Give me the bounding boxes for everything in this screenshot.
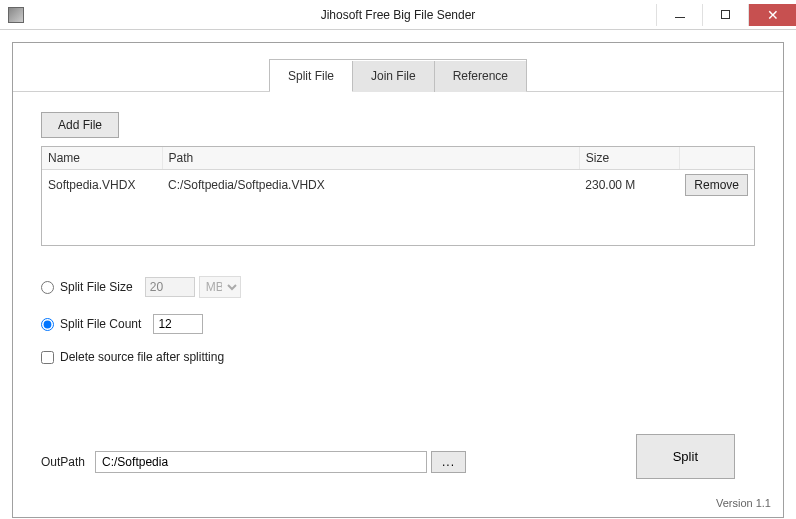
col-header-size[interactable]: Size bbox=[579, 147, 679, 170]
checkbox-delete-source[interactable] bbox=[41, 351, 54, 364]
label-outpath: OutPath bbox=[41, 455, 85, 469]
col-header-name[interactable]: Name bbox=[42, 147, 162, 170]
split-button[interactable]: Split bbox=[636, 434, 735, 479]
app-icon bbox=[8, 7, 24, 23]
minimize-button[interactable] bbox=[656, 4, 702, 26]
cell-name: Softpedia.VHDX bbox=[42, 170, 162, 201]
version-label: Version 1.1 bbox=[716, 497, 771, 509]
label-split-count: Split File Count bbox=[60, 317, 141, 331]
table-row[interactable]: Softpedia.VHDX C:/Softpedia/Softpedia.VH… bbox=[42, 170, 754, 201]
outpath-row: OutPath ... bbox=[41, 451, 466, 473]
add-file-button[interactable]: Add File bbox=[41, 112, 119, 138]
label-delete-source: Delete source file after splitting bbox=[60, 350, 224, 364]
tab-split-file[interactable]: Split File bbox=[270, 61, 353, 92]
select-size-unit[interactable]: MB bbox=[199, 276, 241, 298]
tab-reference[interactable]: Reference bbox=[435, 61, 526, 92]
titlebar[interactable]: Jihosoft Free Big File Sender ✕ bbox=[0, 0, 796, 30]
split-options: Split File Size MB Split File Count Dele… bbox=[41, 276, 755, 364]
tab-bar: Split File Join File Reference bbox=[13, 59, 783, 92]
window-title: Jihosoft Free Big File Sender bbox=[321, 8, 476, 22]
label-split-size: Split File Size bbox=[60, 280, 133, 294]
file-table: Name Path Size Softpedia.VHDX C:/Softped… bbox=[41, 146, 755, 246]
cell-size: 230.00 M bbox=[579, 170, 679, 201]
radio-split-size[interactable] bbox=[41, 281, 54, 294]
window-controls: ✕ bbox=[656, 4, 796, 26]
main-panel: Split File Join File Reference Add File … bbox=[12, 42, 784, 518]
col-header-remove bbox=[679, 147, 754, 170]
cell-path: C:/Softpedia/Softpedia.VHDX bbox=[162, 170, 579, 201]
input-outpath[interactable] bbox=[95, 451, 427, 473]
browse-button[interactable]: ... bbox=[431, 451, 466, 473]
col-header-path[interactable]: Path bbox=[162, 147, 579, 170]
remove-button[interactable]: Remove bbox=[685, 174, 748, 196]
input-split-size[interactable] bbox=[145, 277, 195, 297]
close-button[interactable]: ✕ bbox=[748, 4, 796, 26]
radio-split-count[interactable] bbox=[41, 318, 54, 331]
maximize-button[interactable] bbox=[702, 4, 748, 26]
input-split-count[interactable] bbox=[153, 314, 203, 334]
tab-join-file[interactable]: Join File bbox=[353, 61, 435, 92]
